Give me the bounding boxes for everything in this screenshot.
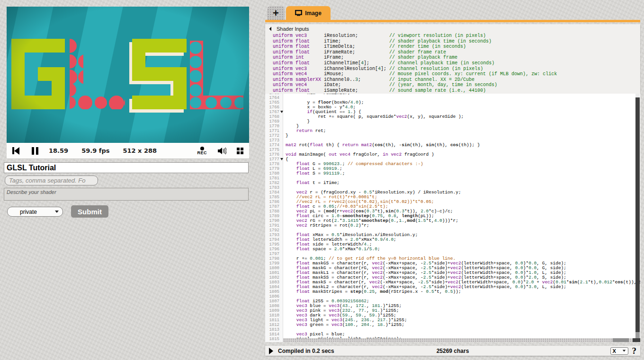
speaker-icon bbox=[217, 147, 226, 155]
line-number: 1766 bbox=[265, 105, 283, 110]
line-number: 1810 bbox=[265, 313, 283, 318]
shader-inputs-header[interactable]: Shader Inputs bbox=[265, 24, 640, 33]
plus-icon: + bbox=[273, 7, 279, 19]
uniform-row: uniform vec4 iMouse; // mouse pixel coor… bbox=[273, 71, 640, 77]
line-number: 1779 bbox=[265, 167, 283, 171]
submit-button[interactable]: Submit bbox=[71, 205, 108, 218]
line-number: 1804 bbox=[265, 285, 283, 290]
line-number: 1790 bbox=[265, 219, 283, 223]
line-number: 1769 bbox=[265, 119, 283, 124]
line-number: 1806 bbox=[265, 294, 283, 299]
uniform-row: uniform float iFrameRate; // shader fram… bbox=[273, 50, 640, 55]
collapse-triangle-icon bbox=[269, 26, 273, 31]
line-number: 1785 bbox=[265, 195, 283, 200]
line-number: 1788 bbox=[265, 209, 283, 214]
vertical-scrollbar[interactable] bbox=[635, 94, 640, 342]
help-button[interactable]: ? bbox=[632, 346, 637, 356]
fold-marker-icon[interactable] bbox=[280, 111, 283, 113]
shader-inputs-title: Shader Inputs bbox=[277, 26, 309, 32]
compile-run-icon[interactable] bbox=[269, 348, 273, 354]
line-number: 1789 bbox=[265, 214, 283, 219]
chevron-down-icon bbox=[622, 350, 625, 352]
line-number: 1813 bbox=[265, 327, 283, 332]
line-number: 1799 bbox=[265, 261, 283, 266]
accent-divider bbox=[265, 20, 640, 22]
line-number: 1772 bbox=[265, 133, 283, 138]
fps-counter: 59.9 fps bbox=[81, 147, 109, 154]
line-number: 1791 bbox=[265, 223, 283, 228]
code-line[interactable]: float space = 2.0*xMax*0.1/5.0; bbox=[286, 247, 635, 252]
code-line[interactable]: void mainImage( out vec4 fragColor, in v… bbox=[286, 152, 635, 157]
editor-select-value: X bbox=[613, 348, 616, 354]
code-line[interactable]: } bbox=[286, 124, 635, 129]
pause-button[interactable] bbox=[20, 145, 39, 157]
shader-inputs-panel: Shader Inputs uniform vec3 iResolution; … bbox=[265, 24, 640, 94]
line-number: 1803 bbox=[265, 280, 283, 285]
line-number: 1777 bbox=[265, 157, 283, 162]
line-number: 1784 bbox=[265, 190, 283, 195]
line-number: 1814 bbox=[265, 332, 283, 337]
editor-status-bar: Compiled in 0.2 secs 25269 chars X ? bbox=[265, 346, 640, 356]
canvas-resolution: 512 x 288 bbox=[123, 147, 157, 154]
line-number: 1792 bbox=[265, 228, 283, 233]
code-line[interactable]: ret += square( p, squareSide*vec2(x, y),… bbox=[286, 114, 635, 119]
line-number: 1815 bbox=[265, 337, 283, 342]
line-number: 1782 bbox=[265, 181, 283, 185]
code-line[interactable]: } bbox=[286, 119, 635, 124]
line-number: 1801 bbox=[265, 271, 283, 275]
preview-vignette bbox=[7, 7, 249, 143]
line-number: 1812 bbox=[265, 323, 283, 327]
chevron-down-icon bbox=[55, 211, 59, 213]
playback-time: 18.59 bbox=[49, 147, 68, 154]
code-lines[interactable]: num = remainder; y = floor(boxNo/4.0); x… bbox=[286, 94, 635, 342]
record-button[interactable]: REC bbox=[196, 145, 208, 157]
line-number: 1776 bbox=[265, 152, 283, 157]
line-number: 1781 bbox=[265, 176, 283, 181]
code-line[interactable]: vec3 green = vec3(180., 204., 18.)*i255; bbox=[286, 323, 635, 327]
line-number: 1800 bbox=[265, 266, 283, 271]
line-number: 1793 bbox=[265, 233, 283, 237]
line-number: 1802 bbox=[265, 275, 283, 280]
line-number: 1764 bbox=[265, 96, 283, 100]
add-tab-button[interactable]: + bbox=[267, 6, 285, 20]
line-number: 1795 bbox=[265, 242, 283, 247]
vertical-scrollbar-thumb[interactable] bbox=[635, 97, 640, 332]
editor-font-size-select[interactable]: X bbox=[610, 347, 628, 355]
line-number: 1768 bbox=[265, 114, 283, 119]
fold-marker-icon[interactable] bbox=[280, 158, 283, 160]
pause-icon bbox=[32, 147, 38, 155]
code-line[interactable]: mat2 rot(float th) { return mat2(cos(th)… bbox=[286, 143, 635, 148]
line-number: 1770 bbox=[265, 124, 283, 129]
shader-title-input[interactable] bbox=[4, 162, 249, 173]
code-editor[interactable]: 1763176417651766176717681769177017711772… bbox=[265, 94, 640, 342]
line-number: 1796 bbox=[265, 247, 283, 252]
fullscreen-icon bbox=[237, 148, 243, 154]
uniform-row: uniform vec3 iResolution; // viewport re… bbox=[273, 33, 640, 39]
tab-image[interactable]: Image bbox=[286, 6, 331, 20]
uniform-row: uniform float iTimeDelta; // render time… bbox=[273, 44, 640, 50]
uniform-row: uniform float iTime; // shader playback … bbox=[273, 39, 640, 44]
fullscreen-button[interactable] bbox=[227, 145, 244, 157]
volume-button[interactable] bbox=[216, 145, 227, 157]
tags-input[interactable] bbox=[5, 176, 98, 185]
horizontal-scrollbar[interactable] bbox=[283, 338, 635, 342]
code-line[interactable]: float S = 991119.; bbox=[286, 171, 635, 176]
code-line[interactable]: return ret; bbox=[286, 129, 635, 133]
code-line[interactable]: } bbox=[286, 133, 635, 138]
uniform-row: uniform int iFrame; // shader playback f… bbox=[273, 55, 640, 61]
line-number: 1811 bbox=[265, 318, 283, 323]
uniform-row: uniform vec3 iChannelResolution[4]; // c… bbox=[273, 66, 640, 72]
description-textarea[interactable] bbox=[4, 188, 249, 201]
shadertoy-new-shader-page: 18.59 59.9 fps 512 x 288 REC private Sub… bbox=[0, 0, 644, 360]
line-number: 1773 bbox=[265, 138, 283, 143]
code-line[interactable]: vec2 rStripes = rot(0.2)*r; bbox=[286, 223, 635, 228]
visibility-select[interactable]: private bbox=[7, 207, 63, 217]
scrollbar-corner bbox=[633, 338, 640, 342]
horizontal-scrollbar-thumb[interactable] bbox=[613, 338, 629, 342]
line-number: 1767 bbox=[265, 110, 283, 114]
code-line[interactable]: float t = iTime; bbox=[286, 181, 635, 185]
vertical-scrollbar-button[interactable] bbox=[635, 332, 640, 338]
code-line[interactable]: float maskStripes = step(0.25, mod(rStri… bbox=[286, 290, 635, 294]
shader-preview-canvas[interactable] bbox=[7, 7, 249, 143]
rewind-button[interactable] bbox=[11, 145, 20, 157]
